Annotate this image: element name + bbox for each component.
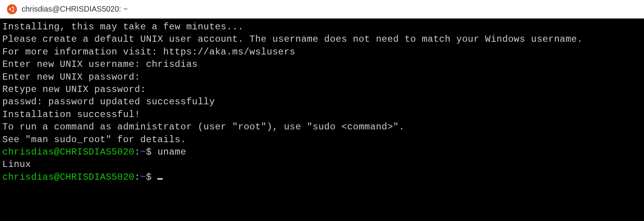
prompt-dollar: $ [146,147,158,157]
prompt-command: uname [157,147,186,157]
terminal-area[interactable]: Installing, this may take a few minutes.… [0,19,644,221]
terminal-line: Enter new UNIX password: [2,71,642,83]
prompt-dollar: $ [146,172,158,182]
terminal-line: To run a command as administrator (user … [2,121,642,133]
cursor-icon [157,178,163,180]
terminal-line: Please create a default UNIX user accoun… [2,33,642,46]
terminal-line: See "man sudo_root" for details. [2,134,642,146]
window-titlebar: chrisdias@CHRISDIAS5020: ~ [0,0,644,19]
terminal-line: passwd: password updated successfully [2,96,642,108]
ubuntu-icon [7,4,17,14]
prompt-path: ~ [140,147,146,157]
terminal-line: Installation successful! [2,109,642,121]
window-title: chrisdias@CHRISDIAS5020: ~ [22,5,128,14]
prompt-userhost: chrisdias@CHRISDIAS5020 [2,172,135,182]
terminal-line: Enter new UNIX username: chrisdias [2,58,642,71]
prompt-sep: : [135,172,140,182]
terminal-prompt-line: chrisdias@CHRISDIAS5020:~$ uname [2,146,642,158]
terminal-line: Installing, this may take a few minutes.… [2,21,642,33]
terminal-output: Linux [2,158,642,171]
prompt-sep: : [135,147,140,157]
terminal-line: Retype new UNIX password: [2,83,642,96]
terminal-prompt-line: chrisdias@CHRISDIAS5020:~$ [2,171,642,184]
prompt-path: ~ [140,172,146,182]
terminal-line: For more information visit: https://aka.… [2,46,642,58]
prompt-userhost: chrisdias@CHRISDIAS5020 [2,147,135,157]
